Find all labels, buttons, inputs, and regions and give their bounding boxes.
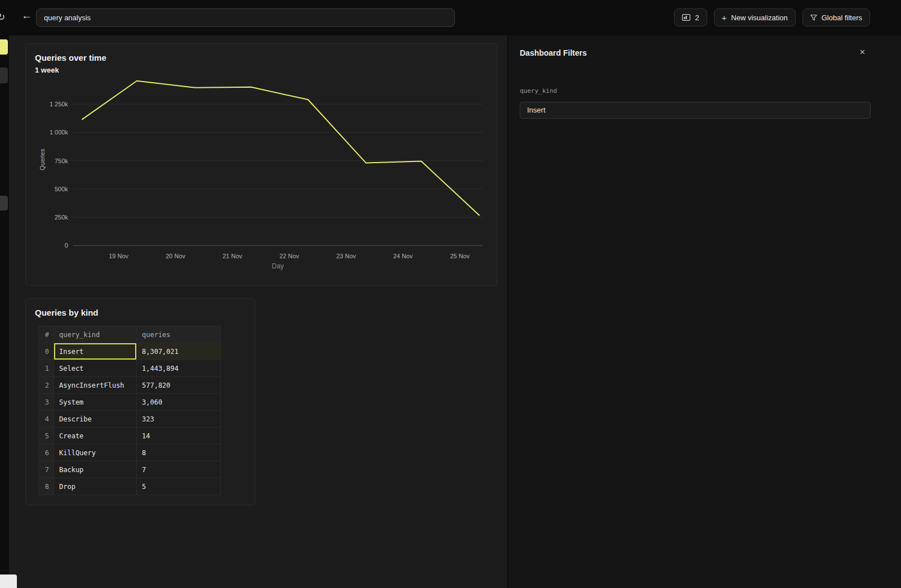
table-cell-queries[interactable]: 577,820 — [137, 377, 221, 394]
table-cell-query_kind[interactable]: System — [54, 394, 137, 411]
y-tick-label: 0 — [65, 242, 68, 249]
visualization-count-button[interactable]: 2 — [674, 8, 707, 26]
table-cell-queries[interactable]: 8,307,021 — [137, 343, 221, 360]
table-cell-query_kind[interactable]: AsyncInsertFlush — [54, 377, 137, 394]
row-index: 4 — [39, 411, 54, 428]
x-axis-title: Day — [272, 262, 284, 270]
row-index: 3 — [39, 394, 54, 411]
x-tick-label: 24 Nov — [393, 253, 413, 259]
new-visualization-button[interactable]: + New visualization — [714, 8, 796, 26]
table-row: 7Backup7 — [39, 461, 221, 478]
x-tick-label: 22 Nov — [279, 253, 299, 259]
y-tick-label: 500k — [55, 186, 68, 192]
global-filters-label: Global filters — [822, 14, 862, 22]
row-index: 1 — [39, 360, 54, 377]
filter-field-label: query_kind — [520, 87, 557, 95]
refresh-icon[interactable]: ↻ — [0, 11, 5, 23]
topbar: ← 2 + New visualization Global filters — [0, 0, 901, 35]
visualization-count: 2 — [695, 14, 699, 22]
visualization-icon — [682, 14, 690, 21]
table-cell-query_kind[interactable]: Select — [54, 360, 137, 377]
topbar-actions: 2 + New visualization Global filters — [674, 8, 870, 26]
table-cell-queries[interactable]: 1,443,894 — [137, 360, 221, 377]
left-rail: ↻ — [0, 0, 9, 588]
x-tick-label: 19 Nov — [109, 253, 128, 259]
y-tick-label: 1 250k — [50, 101, 68, 107]
row-index: 8 — [39, 478, 54, 495]
column-header-query_kind: query_kind — [54, 326, 137, 343]
table-cell-query_kind[interactable]: Describe — [54, 411, 137, 428]
table-cell-query_kind[interactable]: KillQuery — [54, 445, 137, 461]
row-index: 7 — [39, 461, 54, 478]
chart-card-queries-over-time: Queries over time 1 week 0250k500k750k1 … — [25, 43, 497, 286]
x-tick-label: 21 Nov — [222, 253, 242, 259]
dashboard-title-input[interactable] — [36, 8, 455, 27]
table-row: 3System3,060 — [39, 394, 221, 411]
table-cell-query_kind[interactable]: Insert — [54, 343, 137, 360]
table-cell-queries[interactable]: 7 — [137, 461, 221, 478]
table-title: Queries by kind — [35, 308, 99, 317]
close-icon[interactable]: ✕ — [859, 48, 866, 56]
table-cell-query_kind[interactable]: Backup — [54, 461, 137, 478]
rail-item[interactable] — [0, 68, 8, 83]
x-tick-label: 20 Nov — [166, 253, 185, 259]
table-row: 1Select1,443,894 — [39, 360, 221, 377]
row-index: 5 — [39, 428, 54, 445]
filter-field-input[interactable]: Insert — [520, 102, 871, 119]
table-card-queries-by-kind: Queries by kind #query_kindqueries 0Inse… — [25, 298, 255, 505]
app-root: ← 2 + New visualization Global filters — [0, 0, 901, 588]
table-cell-queries[interactable]: 5 — [137, 478, 221, 495]
rail-item[interactable] — [0, 196, 8, 210]
x-tick-label: 23 Nov — [336, 253, 356, 259]
queries-line-chart: 0250k500k750k1 000k1 250k19 Nov20 Nov21 … — [26, 44, 497, 285]
x-tick-label: 25 Nov — [450, 253, 470, 259]
y-tick-label: 250k — [55, 214, 68, 221]
table-row: 5Create14 — [39, 428, 221, 445]
table-row: 8Drop5 — [39, 478, 221, 495]
series-line-Queries — [82, 81, 479, 216]
dashboard-filters-panel: Dashboard Filters ✕ query_kind Insert — [507, 35, 901, 588]
rail-item-active[interactable] — [0, 39, 8, 55]
table-row: 6KillQuery8 — [39, 445, 221, 461]
queries-by-kind-table: #query_kindqueries 0Insert8,307,0211Sele… — [38, 326, 221, 495]
table-cell-queries[interactable]: 14 — [137, 428, 221, 445]
plus-icon: + — [722, 14, 727, 22]
y-tick-label: 750k — [55, 158, 68, 164]
column-header-queries: queries — [137, 326, 221, 343]
table-cell-query_kind[interactable]: Create — [54, 428, 137, 445]
back-button[interactable]: ← — [21, 10, 32, 21]
dashboard-canvas: Queries over time 1 week 0250k500k750k1 … — [9, 35, 507, 588]
y-axis-title: Queries — [39, 149, 46, 170]
new-visualization-label: New visualization — [731, 14, 787, 22]
row-index: 2 — [39, 377, 54, 394]
filter-funnel-icon — [810, 15, 817, 21]
table-cell-queries[interactable]: 323 — [137, 411, 221, 428]
table-row: 0Insert8,307,021 — [39, 343, 221, 360]
table-cell-queries[interactable]: 8 — [137, 445, 221, 461]
table-cell-query_kind[interactable]: Drop — [54, 478, 137, 495]
bottom-left-light-block — [0, 574, 17, 588]
column-header-index: # — [39, 326, 54, 343]
filters-panel-title: Dashboard Filters — [520, 48, 587, 57]
row-index: 0 — [39, 343, 54, 360]
table-header-row: #query_kindqueries — [39, 326, 221, 343]
table-cell-queries[interactable]: 3,060 — [137, 394, 221, 411]
table-row: 2AsyncInsertFlush577,820 — [39, 377, 221, 394]
y-tick-label: 1 000k — [50, 129, 68, 136]
global-filters-button[interactable]: Global filters — [802, 8, 870, 26]
row-index: 6 — [39, 445, 54, 461]
table-row: 4Describe323 — [39, 411, 221, 428]
